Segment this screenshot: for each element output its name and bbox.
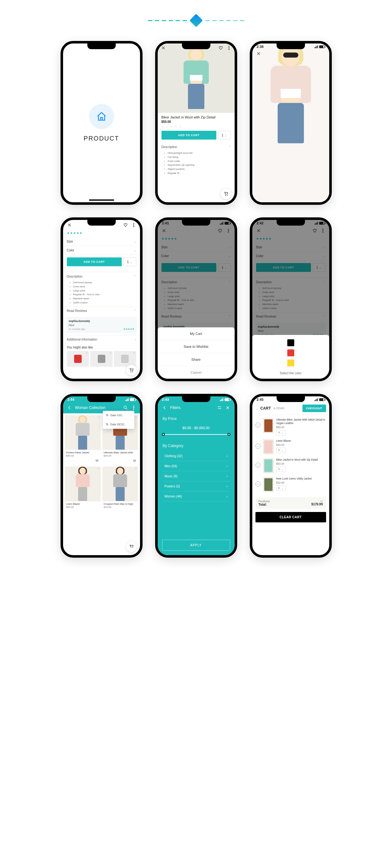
action-sheet: My Cart Save to Wishlist Share Cancel xyxy=(158,327,235,379)
expand-icon[interactable] xyxy=(135,338,136,341)
related-product[interactable]: ♡ xyxy=(114,351,136,367)
svg-point-3 xyxy=(133,223,134,224)
price-slider[interactable] xyxy=(163,434,229,435)
review-card: sophia.kennedy Nice 11 months ago★★★★★ xyxy=(66,317,137,333)
sort-asc[interactable]: ⇅Date ASC xyxy=(103,411,134,420)
product-card[interactable]: ♡ Linen Blazer $40.00 xyxy=(65,467,101,509)
svg-point-2 xyxy=(229,49,229,50)
add-to-cart-button[interactable]: ADD TO CART xyxy=(67,257,122,266)
category-row[interactable]: Clothing (32) xyxy=(163,451,230,461)
search-icon[interactable] xyxy=(123,405,128,410)
sort-icon: ⇅ xyxy=(106,423,109,426)
category-row[interactable]: Music (8) xyxy=(163,471,230,482)
color-sheet: Select the color xyxy=(252,335,329,379)
home-icon-circle xyxy=(89,104,114,129)
add-to-cart-button[interactable]: ADD TO CART xyxy=(162,131,216,140)
clear-cart-button[interactable]: CLEAR CART xyxy=(255,512,326,522)
add-cart-icon[interactable] xyxy=(132,458,137,463)
collapse-icon[interactable] xyxy=(228,145,231,149)
close-icon[interactable] xyxy=(256,51,261,56)
remove-item-button[interactable]: − xyxy=(255,423,260,428)
price-range-value: $0.00 - $9,000.00 xyxy=(158,424,235,434)
sheet-my-cart[interactable]: My Cart xyxy=(158,327,235,340)
add-cart-icon[interactable] xyxy=(94,458,99,463)
heart-icon[interactable]: ♡ xyxy=(135,468,137,470)
related-product[interactable]: ♡ xyxy=(67,351,89,367)
heart-icon[interactable]: ♡ xyxy=(97,468,100,470)
phone-cart: 2:45 CART 4 ITEMS CHECKOUT − Ultimate Bi… xyxy=(250,394,332,558)
heart-icon[interactable]: ♡ xyxy=(86,352,88,355)
option-color[interactable]: Color xyxy=(63,246,140,255)
product-price: $50.00 xyxy=(162,120,231,124)
svg-point-5 xyxy=(133,226,134,227)
remove-item-button[interactable]: − xyxy=(255,444,260,448)
option-size[interactable]: Size xyxy=(63,237,140,246)
svg-point-4 xyxy=(133,225,134,225)
qty-selector[interactable]: 1 xyxy=(276,448,286,453)
svg-point-15 xyxy=(133,409,134,410)
close-icon[interactable] xyxy=(225,405,230,410)
close-icon[interactable] xyxy=(161,45,166,51)
more-icon[interactable] xyxy=(131,405,136,410)
cart-fab[interactable] xyxy=(126,365,137,376)
product-card[interactable]: ♡ Printed Panel Jacket $80.00 ☆☆☆☆☆ xyxy=(65,415,101,465)
cart-item: − Biker Jacket in Wool with Zip Detail $… xyxy=(255,456,326,475)
sort-desc[interactable]: ⇅Date DESC xyxy=(103,420,134,429)
sort-icon: ⇅ xyxy=(106,414,109,417)
more-icon[interactable] xyxy=(131,222,136,227)
qty-selector[interactable]: 1 xyxy=(276,430,286,435)
swatch-black[interactable] xyxy=(287,339,294,346)
phone-color-sheet: 2:42 ★★★★★ Size Color ADD TO CART 1 Desc… xyxy=(250,217,332,381)
swatch-yellow[interactable] xyxy=(287,360,294,366)
heart-icon[interactable]: ♡ xyxy=(135,416,137,419)
heart-icon[interactable]: ♡ xyxy=(133,352,135,355)
more-icon[interactable] xyxy=(226,45,231,51)
checkout-button[interactable]: CHECKOUT xyxy=(303,405,326,412)
rating-stars: ★★★★★ xyxy=(67,231,136,235)
category-row[interactable]: Men (54) xyxy=(163,461,230,471)
phone-grid: PRODUCT Biker Jacket in Wool with Zip De… xyxy=(54,41,338,558)
sliders-icon[interactable] xyxy=(217,405,222,410)
by-price-heading: By Price xyxy=(158,413,235,424)
product-card[interactable]: ♡ Cropped Rain Mac in High $33.00 xyxy=(103,467,138,509)
heart-icon[interactable]: ♡ xyxy=(109,352,112,355)
phone-product-detail: Biker Jacket in Wool with Zip Detail $50… xyxy=(155,41,237,205)
phone-filters: 2:43 Filters By Price $0.00 - $9,000.00 … xyxy=(155,394,237,558)
close-icon[interactable] xyxy=(67,222,72,227)
description-heading: Description xyxy=(162,145,177,149)
heart-icon[interactable] xyxy=(123,222,128,227)
category-row[interactable]: Women (44) xyxy=(163,492,230,502)
remove-item-button[interactable]: − xyxy=(255,482,260,487)
phone-splash: PRODUCT xyxy=(60,41,143,205)
heart-icon[interactable]: ♡ xyxy=(97,416,100,419)
phone-action-sheet: 2:41 ★★★★★ Size Color ADD TO CART 1 Desc… xyxy=(155,217,237,381)
phone-product-options: ★★★★★ Size Color ADD TO CART 1 Descripti… xyxy=(60,217,143,381)
might-also-like-heading: You might also like xyxy=(63,344,140,351)
qty-selector[interactable]: 1 xyxy=(276,486,286,491)
sheet-save-wishlist[interactable]: Save to Wishlist xyxy=(158,340,235,353)
remove-item-button[interactable]: − xyxy=(255,463,260,468)
rating-stars: ☆ ☆ ☆ ☆ ☆ xyxy=(162,125,231,128)
back-icon[interactable] xyxy=(67,405,72,410)
cart-fab[interactable] xyxy=(126,541,137,552)
reviews-heading: Read Reviews xyxy=(67,309,87,313)
cart-fab[interactable] xyxy=(221,188,231,199)
heart-icon[interactable] xyxy=(218,45,223,51)
collapse-icon[interactable] xyxy=(134,275,136,278)
phone-collection: 2:44 Woman Collection ⇅Date ASC ⇅Date DE… xyxy=(60,394,143,558)
qty-selector[interactable]: 1 xyxy=(218,131,231,140)
svg-point-13 xyxy=(133,406,134,406)
sheet-share[interactable]: Share xyxy=(158,353,235,366)
back-icon[interactable] xyxy=(162,405,167,410)
apply-button[interactable]: APPLY xyxy=(162,540,230,551)
collapse-icon[interactable] xyxy=(255,407,258,410)
sheet-cancel[interactable]: Cancel xyxy=(158,366,235,379)
collapse-icon[interactable] xyxy=(134,309,136,313)
swatch-red[interactable] xyxy=(287,349,294,356)
status-time: 2:43 xyxy=(162,398,169,401)
related-product[interactable]: ♡ xyxy=(90,351,113,367)
qty-selector[interactable]: 1 xyxy=(123,257,136,266)
category-row[interactable]: Posters (5) xyxy=(163,482,230,492)
cart-item: − Ultimate Biker Jacket With Stitch Deta… xyxy=(255,416,326,437)
qty-selector[interactable]: 1 xyxy=(276,467,286,472)
